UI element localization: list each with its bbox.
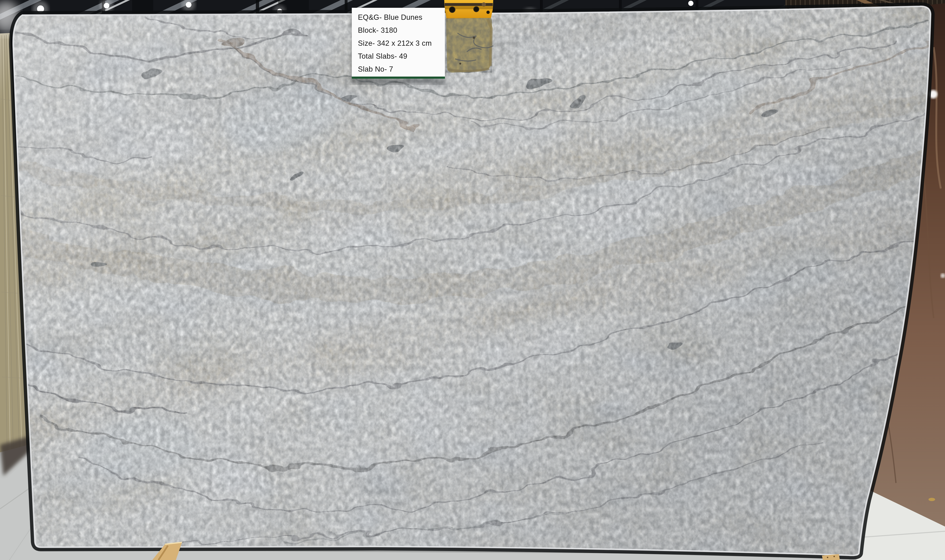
clamp-pad	[446, 18, 493, 72]
granite-slab-warehouse-photo: EQ&G- Blue Dunes Block- 3180 Size- 342 x…	[0, 0, 945, 560]
label-line-title: EQ&G- Blue Dunes	[358, 11, 445, 24]
clamp-bolt	[449, 7, 455, 12]
clamp-bolt	[474, 6, 479, 12]
label-line-total-slabs: Total Slabs- 49	[358, 50, 445, 63]
label-line-slab-no: Slab No- 7	[358, 63, 445, 75]
label-shadow	[351, 78, 446, 85]
crane-clamp	[444, 0, 493, 72]
slab-info-label: EQ&G- Blue Dunes Block- 3180 Size- 342 x…	[352, 8, 445, 77]
main-slab	[0, 3, 934, 560]
label-line-block: Block- 3180	[358, 24, 445, 37]
green-strip	[352, 77, 445, 79]
label-line-size: Size- 342 x 212x 3 cm	[358, 37, 445, 50]
